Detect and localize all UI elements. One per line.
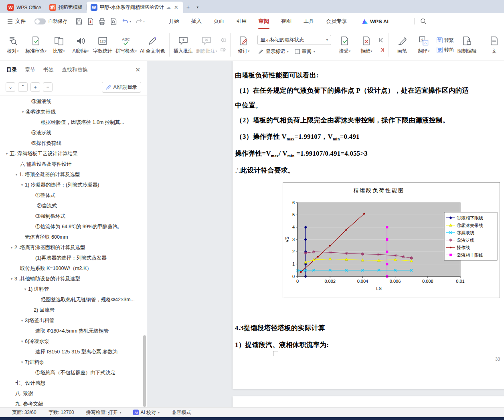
collapse-up-button[interactable]: ⌃ [18, 82, 28, 92]
print-preview-button[interactable] [109, 16, 119, 26]
undo-button[interactable]: ▾ [120, 16, 132, 26]
next-page-edge[interactable] [233, 396, 504, 408]
ai-recognize-toc-button[interactable]: AI识别目录 [102, 82, 141, 93]
expand-down-button[interactable]: ⌄ [6, 82, 15, 92]
translate-button[interactable]: 文A 翻译▾ [413, 32, 434, 58]
toc-item[interactable]: ▾7)进料泵 [0, 357, 143, 367]
toc-item[interactable]: ▾3)塔釜出料管 [0, 315, 143, 326]
compare-button[interactable]: 比较▾ [49, 32, 69, 58]
wps-ai-button[interactable]: WPS AI [361, 18, 389, 25]
toc-item[interactable]: 2) 回流管 [0, 305, 143, 315]
ribbon-tab-tools[interactable]: 工具 [298, 13, 320, 29]
tab-wps-home[interactable]: W WPS Office [3, 2, 45, 13]
toc-item[interactable]: ▾6)冷凝水泵 [0, 336, 143, 347]
spell-check-status[interactable]: 拼写检查: 打开▾ [86, 409, 121, 416]
collapse-arrow-icon[interactable]: ▾ [20, 110, 26, 114]
toc-item[interactable]: ⑥操作负荷线 [0, 138, 143, 148]
print-button[interactable] [97, 16, 107, 26]
clipped-ribbon-button[interactable]: 文 [484, 32, 504, 58]
restrict-edit-button[interactable]: 限制编辑 [456, 32, 478, 58]
toc-item[interactable]: ③强制循环式 [0, 211, 143, 221]
tab-list-chevron-icon[interactable]: ▾ [193, 2, 202, 12]
collapse-arrow-icon[interactable]: ▾ [19, 360, 25, 364]
collapse-arrow-icon[interactable]: ▾ [9, 277, 14, 281]
search-button[interactable] [419, 16, 428, 26]
sidebar-scrollbar[interactable] [143, 96, 146, 408]
sidebar-tab-find-replace[interactable]: 查找和替换 [62, 66, 88, 73]
new-tab-button[interactable]: ＋ [183, 2, 193, 12]
toc-item[interactable]: ⑤液泛线 [0, 128, 143, 138]
toc-item[interactable]: ②自流式 [0, 201, 143, 211]
toc-item[interactable]: 经圆整选取热轧无缝钢管，规格Φ42×3m... [0, 294, 143, 305]
ribbon-tab-view[interactable]: 视图 [275, 13, 298, 29]
ribbon-tab-reference[interactable]: 引用 [230, 13, 253, 29]
toc-item[interactable]: ▾1. 塔顶全凝器的计算及选型 [0, 169, 143, 180]
previous-revision-button[interactable] [379, 37, 385, 43]
toc-item[interactable]: ①塔总高（不包括群座）由下式决定 [0, 367, 143, 378]
toc-item[interactable]: ▾④雾沫夹带线 [0, 107, 143, 117]
tab-docer-template[interactable]: 稻 找稻壳模板 [45, 2, 87, 13]
toc-item[interactable]: 六 辅助设备及零件设计 [0, 159, 143, 169]
show-markup-button[interactable]: 显示标记▾ [258, 48, 289, 55]
close-tab-icon[interactable]: ✕ [173, 4, 179, 10]
track-changes-button[interactable]: 修订▾ [233, 32, 254, 58]
toc-item[interactable]: 七、设计感想 [0, 378, 143, 388]
to-traditional-button[interactable]: 简转繁 [437, 37, 454, 44]
document-page[interactable]: 由塔板负荷性能图可以看出:（1）在任务规定的气液负荷下的操作点 P（设计点），处… [233, 61, 504, 389]
toc-item[interactable]: (1)再沸器的选择：列管式蒸发器 [0, 253, 143, 263]
collapse-arrow-icon[interactable]: ▾ [14, 172, 19, 177]
expand-all-button[interactable]: ＋ [30, 82, 40, 92]
next-comment-button[interactable] [220, 47, 227, 53]
sidebar-tab-chapter[interactable]: 章节 [25, 66, 35, 73]
accept-revision-button[interactable]: 接受▾ [334, 32, 355, 58]
collapse-arrow-icon[interactable]: ▾ [9, 246, 14, 250]
toc-item[interactable]: ▾1) 冷凝器的选择：(列管式冷凝器) [0, 180, 143, 190]
spell-check-button[interactable]: ABC 拼写检查▾ [114, 32, 138, 58]
ink-brush-button[interactable]: 画笔 [392, 32, 413, 58]
collapse-arrow-icon[interactable]: ▾ [4, 152, 10, 156]
tab-document[interactable]: W 甲醇-水体系浮阀精馏塔的设计 ☁ ✕ [87, 2, 183, 13]
toc-item[interactable]: 取传热系数 K=1000W/（m2.K） [0, 263, 143, 274]
standard-review-button[interactable]: 标准审查▾ [24, 32, 48, 58]
sidebar-tab-bookmark[interactable]: 书签 [43, 66, 54, 73]
export-pdf-button[interactable] [85, 16, 95, 26]
previous-comment-button[interactable] [220, 37, 227, 43]
toc-item[interactable]: ▾2 .塔底再沸器面积的计算及选型 [0, 242, 143, 253]
toc-item[interactable]: 选取 Φ180×4.5mm 热轧无缝钢管 [0, 326, 143, 336]
collapse-arrow-icon[interactable]: ▾ [22, 287, 28, 291]
word-count-button[interactable]: 123 字数统计 [92, 32, 113, 58]
markup-state-select[interactable]: 显示标记的最终状态 ▾ [257, 35, 331, 45]
to-simplified-button[interactable]: 繁转简 [437, 47, 454, 53]
ai-read-button[interactable]: AI朗读▾ [70, 32, 91, 58]
compat-mode-indicator[interactable]: 兼容模式 [172, 409, 191, 416]
ribbon-tab-page[interactable]: 页面 [208, 13, 230, 29]
collapse-arrow-icon[interactable]: ▾ [19, 183, 25, 187]
collapse-arrow-icon[interactable]: ▾ [19, 319, 25, 323]
ribbon-tab-insert[interactable]: 插入 [185, 13, 208, 29]
ai-polish-button[interactable]: AI 全文润色 [139, 32, 166, 58]
review-pane-button[interactable]: 审阅▾ [294, 48, 315, 55]
scrollbar-thumb[interactable] [143, 335, 146, 407]
embedded-chart[interactable]: 012345600.0020.0040.0060.0080.01精馏段负荷性能图… [283, 182, 500, 298]
close-sidebar-icon[interactable]: ✕ [135, 66, 140, 73]
delete-comment-button[interactable]: 删除批注▾ [195, 32, 219, 58]
insert-comment-button[interactable]: 插入批注 [172, 32, 194, 58]
sidebar-tab-toc[interactable]: 目录 [6, 66, 17, 73]
toc-item[interactable]: ▾五. 浮阀塔板工艺设计计算结果 [0, 148, 143, 159]
next-revision-button[interactable] [379, 47, 385, 53]
ribbon-tab-member[interactable]: 会员专享 [320, 13, 353, 29]
toc-item[interactable]: ①热流体为 64.9℃的 99%的甲醇蒸汽, [0, 221, 143, 232]
save-button[interactable] [74, 16, 84, 26]
ribbon-tab-review[interactable]: 审阅 [253, 13, 275, 29]
reject-revision-button[interactable]: 拒绝▾ [356, 32, 377, 58]
toc-item[interactable]: ③漏液线 [0, 96, 143, 107]
toc-item[interactable]: ▾1) 进料管 [0, 284, 143, 294]
toc-item[interactable]: 八. 致谢 [0, 388, 143, 399]
toc-item[interactable]: 根据经验值，因该塔径 1.0m 控制其... [0, 117, 143, 128]
toc-item[interactable]: 九. 参考文献 [0, 399, 143, 408]
ribbon-tab-start[interactable]: 开始 [163, 13, 185, 29]
proofread-button[interactable]: 校对▾ [2, 32, 23, 58]
autosave-toggle[interactable]: 自动保存 [34, 18, 67, 25]
toc-item[interactable]: ①整体式 [0, 190, 143, 201]
toc-item[interactable]: 选择 IS150-125-315 型离心泵,参数为 [0, 347, 143, 357]
